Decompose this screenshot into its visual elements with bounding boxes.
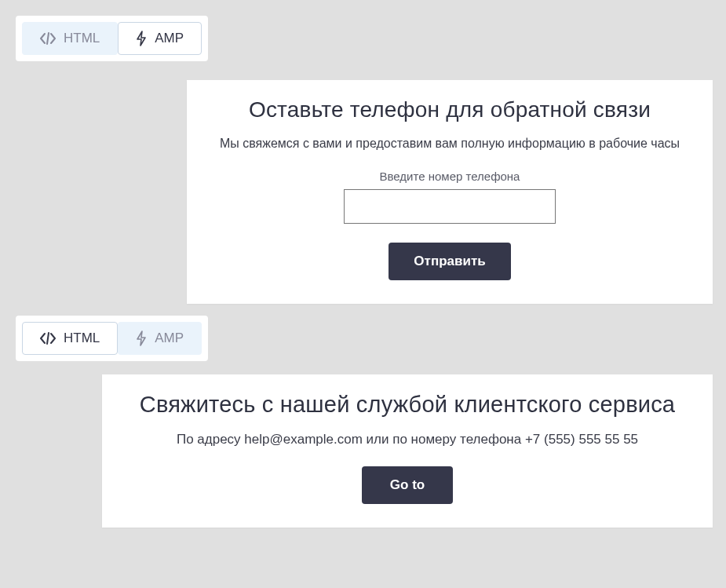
- tab-label: AMP: [155, 331, 184, 346]
- tab-label: HTML: [64, 31, 100, 46]
- callback-title: Оставьте телефон для обратной связи: [210, 97, 689, 122]
- contact-card: Свяжитесь с нашей службой клиентского се…: [102, 374, 713, 528]
- phone-field-label: Введите номер телефона: [210, 170, 689, 183]
- code-icon: [40, 332, 56, 345]
- tab-amp[interactable]: AMP: [118, 322, 202, 355]
- callback-subtitle: Мы свяжемся с вами и предоставим вам пол…: [210, 137, 689, 151]
- goto-button[interactable]: Go to: [362, 466, 453, 504]
- tab-html[interactable]: HTML: [22, 22, 118, 55]
- tab-html[interactable]: HTML: [22, 322, 118, 355]
- tab-group-bottom: HTML AMP: [16, 316, 208, 361]
- contact-subtitle: По адресу help@example.com или по номеру…: [126, 432, 689, 447]
- submit-button[interactable]: Отправить: [389, 243, 510, 280]
- code-icon: [40, 32, 56, 45]
- lightning-icon: [136, 31, 147, 46]
- tab-group-top: HTML AMP: [16, 16, 208, 61]
- tab-label: HTML: [64, 331, 100, 346]
- lightning-icon: [136, 331, 147, 346]
- contact-title: Свяжитесь с нашей службой клиентского се…: [126, 392, 689, 418]
- tab-label: AMP: [155, 31, 184, 46]
- tab-amp[interactable]: AMP: [118, 22, 202, 55]
- phone-input[interactable]: [344, 189, 556, 224]
- callback-card: Оставьте телефон для обратной связи Мы с…: [187, 80, 713, 304]
